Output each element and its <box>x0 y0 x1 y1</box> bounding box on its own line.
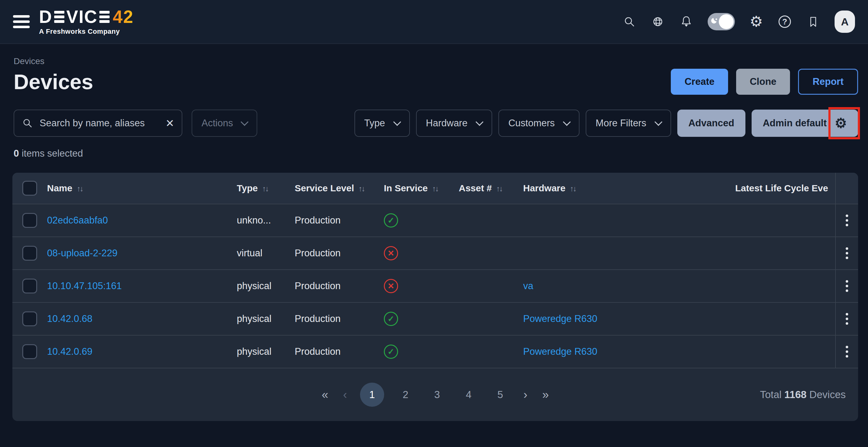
device42-logo[interactable]: D VIC 42 A Freshworks Company <box>39 8 134 36</box>
row-checkbox[interactable] <box>22 213 37 228</box>
create-button[interactable]: Create <box>671 69 728 95</box>
view-settings-gear-icon[interactable] <box>835 117 847 130</box>
row-checkbox[interactable] <box>22 246 37 261</box>
sort-icon[interactable] <box>72 183 83 193</box>
type-cell: virtual <box>237 248 295 259</box>
next-page-button[interactable]: › <box>522 388 529 402</box>
select-all-checkbox[interactable] <box>22 181 37 196</box>
help-icon[interactable]: ? <box>778 14 792 29</box>
device-name-link[interactable]: 10.10.47.105:161 <box>47 281 122 291</box>
chevron-down-icon <box>563 118 570 126</box>
hardware-link[interactable]: Poweredge R630 <box>523 313 597 324</box>
prev-page-button[interactable]: ‹ <box>341 388 349 402</box>
row-menu-kebab[interactable] <box>843 343 851 360</box>
search-input[interactable] <box>39 117 160 129</box>
row-checkbox[interactable] <box>22 279 37 293</box>
logo-number-42: 42 <box>113 8 133 26</box>
clone-button[interactable]: Clone <box>736 69 790 95</box>
row-menu-kebab[interactable] <box>843 278 851 294</box>
devices-table-card: Name Type Service Level In Service Asset… <box>12 173 858 421</box>
bookmark-icon[interactable] <box>806 14 820 29</box>
logo-subtitle: A Freshworks Company <box>39 28 134 36</box>
column-header-type[interactable]: Type <box>237 183 295 193</box>
selection-status: 0 items selected <box>13 148 855 159</box>
settings-gear-icon[interactable] <box>749 14 763 29</box>
sort-icon[interactable] <box>428 183 438 193</box>
service-level-cell: Production <box>295 281 384 292</box>
device-name-link[interactable]: 10.42.0.69 <box>47 346 93 357</box>
breadcrumb[interactable]: Devices <box>13 56 855 66</box>
column-header-asset[interactable]: Asset # <box>459 183 523 193</box>
sort-icon[interactable] <box>354 183 364 193</box>
device-name-link[interactable]: 08-upload-2-229 <box>47 248 118 258</box>
logo-letters-vic: VIC <box>66 8 97 26</box>
type-cell: physical <box>237 313 295 324</box>
selected-label: items selected <box>22 148 83 159</box>
logo-letter-d: D <box>39 8 52 26</box>
admin-default-label: Admin default <box>763 118 827 129</box>
row-checkbox[interactable] <box>22 344 37 359</box>
hamburger-menu-icon[interactable] <box>13 15 30 28</box>
hardware-link[interactable]: va <box>523 281 533 291</box>
actions-dropdown[interactable]: Actions <box>192 109 257 137</box>
title-row: Devices Create Clone Report <box>13 69 858 95</box>
advanced-label: Advanced <box>688 118 734 129</box>
table-row: 10.10.47.105:161 physical Production va <box>12 269 858 302</box>
last-page-button[interactable]: » <box>540 388 551 402</box>
logo-wordmark: D VIC 42 <box>39 8 134 26</box>
row-menu-kebab[interactable] <box>843 245 851 262</box>
service-level-cell: Production <box>295 248 384 259</box>
search-icon[interactable] <box>622 14 637 29</box>
filter-hardware-dropdown[interactable]: Hardware <box>416 109 492 137</box>
row-menu-kebab[interactable] <box>843 311 851 327</box>
column-header-in-service[interactable]: In Service <box>384 183 459 193</box>
user-avatar[interactable]: A <box>835 10 855 33</box>
page-3-button[interactable]: 3 <box>427 384 447 405</box>
first-page-button[interactable]: « <box>320 388 330 402</box>
row-menu-kebab[interactable] <box>843 212 851 229</box>
page-4-button[interactable]: 4 <box>459 384 479 405</box>
clear-search-icon[interactable]: ✕ <box>165 118 175 128</box>
more-filters-dropdown[interactable]: More Filters <box>586 109 671 137</box>
logo-stylized-e <box>54 11 64 23</box>
total-devices-count: Total 1168 Devices <box>760 389 846 401</box>
page-5-button[interactable]: 5 <box>490 384 510 405</box>
filter-type-dropdown[interactable]: Type <box>354 109 410 137</box>
device-name-link[interactable]: 10.42.0.68 <box>47 313 93 324</box>
chevron-down-icon <box>241 118 248 126</box>
service-level-cell: Production <box>295 313 384 324</box>
chevron-down-icon <box>475 118 483 126</box>
sort-icon[interactable] <box>492 183 502 193</box>
page-2-button[interactable]: 2 <box>395 384 416 405</box>
pagination: « ‹ 1 2 3 4 5 › » <box>320 383 551 407</box>
sort-icon[interactable] <box>258 183 268 193</box>
column-header-name[interactable]: Name <box>47 183 237 193</box>
table-row: 08-upload-2-229 virtual Production <box>12 236 858 269</box>
chevron-down-icon <box>393 118 401 126</box>
table-row: 10.42.0.68 physical Production Poweredge… <box>12 302 858 335</box>
globe-icon[interactable] <box>651 14 665 29</box>
hardware-link[interactable]: Poweredge R630 <box>523 346 597 357</box>
table-row: 02edc6aabfa0 unkno... Production <box>12 204 858 236</box>
in-service-check-icon <box>384 345 398 359</box>
filter-customers-label: Customers <box>508 118 555 129</box>
report-button[interactable]: Report <box>798 69 858 95</box>
device-name-link[interactable]: 02edc6aabfa0 <box>47 215 108 226</box>
filter-hardware-label: Hardware <box>426 118 467 129</box>
column-header-service-level[interactable]: Service Level <box>295 183 384 193</box>
column-header-latest-lifecycle[interactable]: Latest Life Cycle Eve <box>735 183 835 193</box>
search-box[interactable]: ✕ <box>13 109 182 137</box>
advanced-button[interactable]: Advanced <box>677 109 745 137</box>
filter-customers-dropdown[interactable]: Customers <box>498 109 580 137</box>
dark-mode-toggle[interactable] <box>708 13 735 30</box>
notifications-bell-icon[interactable] <box>679 14 693 29</box>
page-1-button[interactable]: 1 <box>360 383 384 407</box>
admin-default-view-button[interactable]: Admin default <box>752 109 858 137</box>
more-filters-label: More Filters <box>596 118 646 129</box>
column-header-hardware[interactable]: Hardware <box>523 183 735 193</box>
sort-icon[interactable] <box>565 183 576 193</box>
type-cell: physical <box>237 281 295 292</box>
search-input-icon <box>22 117 33 129</box>
topbar-right: ? A <box>622 10 855 33</box>
row-checkbox[interactable] <box>22 311 37 326</box>
